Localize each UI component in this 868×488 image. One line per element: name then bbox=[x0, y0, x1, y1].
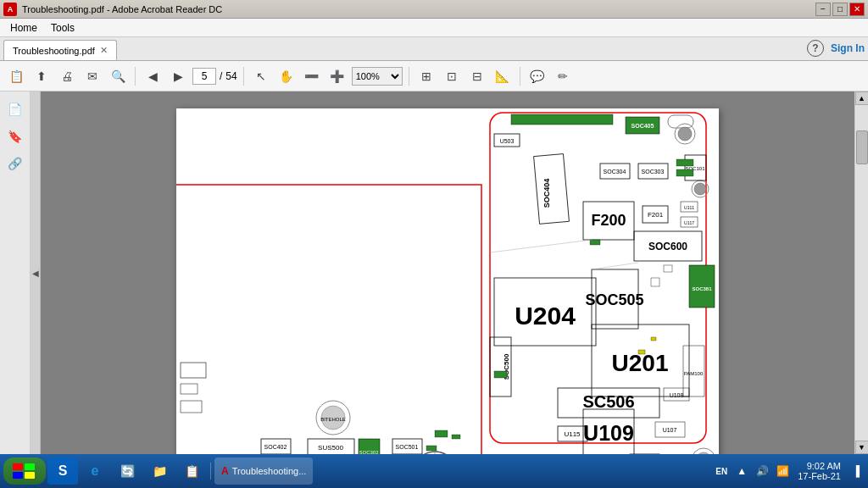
svg-rect-64 bbox=[452, 435, 460, 439]
svg-text:PAM100: PAM100 bbox=[684, 371, 704, 376]
svg-text:F200: F200 bbox=[591, 212, 626, 229]
svg-text:SOC381: SOC381 bbox=[692, 286, 712, 291]
tray-up-arrow[interactable]: ▲ bbox=[733, 463, 750, 480]
taskbar-refresh[interactable]: 🔄 bbox=[112, 458, 142, 485]
svg-rect-85 bbox=[511, 114, 613, 125]
system-clock[interactable]: 9:02 AM 17-Feb-21 bbox=[794, 461, 844, 481]
svg-rect-0 bbox=[176, 108, 719, 454]
search-button[interactable]: 🔍 bbox=[107, 65, 129, 87]
taskbar-explorer[interactable]: 📁 bbox=[144, 458, 175, 485]
svg-text:SOC302: SOC302 bbox=[359, 450, 379, 454]
maximize-button[interactable]: □ bbox=[832, 3, 848, 16]
svg-text:SOC404: SOC404 bbox=[542, 179, 551, 208]
svg-text:SOC304: SOC304 bbox=[604, 169, 626, 175]
svg-text:U111: U111 bbox=[684, 205, 694, 210]
signin-label[interactable]: Sign In bbox=[831, 42, 865, 54]
thumbnail-panel-button[interactable]: 📄 bbox=[4, 98, 26, 120]
create-button[interactable]: 📋 bbox=[5, 65, 27, 87]
taskbar-skype[interactable]: S bbox=[47, 458, 78, 485]
email-button[interactable]: ✉ bbox=[81, 65, 103, 87]
window-title: Troubleshooting.pdf - Adobe Acrobat Read… bbox=[22, 4, 815, 14]
svg-text:SOC303: SOC303 bbox=[642, 169, 665, 175]
svg-text:BITEHOLE: BITEHOLE bbox=[320, 417, 346, 422]
svg-text:U117: U117 bbox=[684, 220, 694, 225]
svg-rect-96 bbox=[25, 472, 35, 479]
tab-pdf[interactable]: Troubleshooting.pdf ✕ bbox=[3, 40, 117, 60]
print-button[interactable]: 🖨 bbox=[56, 65, 78, 87]
separator3 bbox=[409, 67, 409, 86]
pen-button[interactable]: ✏ bbox=[552, 65, 574, 87]
clock-date: 17-Feb-21 bbox=[798, 471, 841, 481]
svg-rect-91 bbox=[676, 159, 693, 166]
svg-rect-84 bbox=[651, 337, 656, 341]
toolbar: 📋 ⬆ 🖨 ✉ 🔍 ◀ ▶ / 54 ↖ ✋ ➖ ➕ 100% 50% 75% … bbox=[0, 61, 868, 92]
zoom-select[interactable]: 100% 50% 75% 125% 150% 200% bbox=[352, 67, 403, 86]
zoom-out-button[interactable]: ➖ bbox=[301, 65, 323, 87]
page-input[interactable] bbox=[192, 68, 216, 85]
scroll-thumb[interactable] bbox=[856, 130, 868, 164]
tabbar: Troubleshooting.pdf ✕ ? Sign In bbox=[0, 37, 868, 61]
svg-rect-63 bbox=[426, 446, 437, 451]
fit-width-button[interactable]: ⊡ bbox=[441, 65, 463, 87]
svg-text:U109: U109 bbox=[583, 421, 634, 445]
window-controls[interactable]: − □ ✕ bbox=[815, 3, 865, 16]
svg-text:U204: U204 bbox=[515, 302, 576, 330]
zoom-in-button[interactable]: ➕ bbox=[326, 65, 348, 87]
next-page-button[interactable]: ▶ bbox=[167, 65, 189, 87]
hand-tool[interactable]: ✋ bbox=[275, 65, 298, 87]
svg-text:U108: U108 bbox=[670, 392, 684, 398]
tray-network[interactable]: 📶 bbox=[774, 463, 791, 480]
taskbar-acrobat[interactable]: 📋 bbox=[176, 458, 207, 485]
svg-text:U115: U115 bbox=[564, 430, 581, 438]
clock-time: 9:02 AM bbox=[798, 461, 841, 471]
separator1 bbox=[135, 67, 136, 86]
tray-keyboard[interactable]: EN bbox=[713, 463, 730, 480]
scroll-down-button[interactable]: ▼ bbox=[855, 441, 869, 454]
bookmark-panel-button[interactable]: 🔖 bbox=[4, 125, 26, 147]
svg-text:SUS500: SUS500 bbox=[318, 444, 343, 452]
rotate-button[interactable]: ⊟ bbox=[466, 65, 488, 87]
prev-page-button[interactable]: ◀ bbox=[142, 65, 164, 87]
taskbar-ie[interactable]: e bbox=[80, 458, 110, 485]
svg-rect-83 bbox=[638, 350, 645, 354]
tab-close-button[interactable]: ✕ bbox=[100, 45, 108, 56]
separator2 bbox=[243, 67, 244, 86]
show-desktop-button[interactable]: ▐ bbox=[848, 463, 865, 480]
scroll-up-button[interactable]: ▲ bbox=[855, 92, 869, 105]
taskbar: S e 🔄 📁 📋 A Troubleshooting... EN ▲ 🔊 📶 … bbox=[0, 454, 868, 488]
page-separator: / bbox=[220, 70, 222, 82]
measure-button[interactable]: 📐 bbox=[492, 65, 514, 87]
pdf-viewport[interactable]: SOC405 U503 SOC404 SOC304 SOC303 bbox=[41, 92, 854, 454]
start-button[interactable] bbox=[3, 458, 46, 485]
main-area: 📄 🔖 🔗 ◀ SOC405 bbox=[0, 92, 868, 454]
right-scrollbar[interactable]: ▲ ▼ bbox=[854, 92, 868, 454]
svg-text:SOC405: SOC405 bbox=[632, 123, 654, 129]
windows-logo bbox=[12, 463, 37, 480]
help-button[interactable]: ? bbox=[807, 40, 824, 57]
app-icon: A bbox=[3, 3, 17, 16]
menu-tools[interactable]: Tools bbox=[44, 20, 81, 36]
separator4 bbox=[520, 67, 520, 86]
attachment-panel-button[interactable]: 🔗 bbox=[4, 152, 26, 175]
left-sidebar: 📄 🔖 🔗 bbox=[0, 92, 31, 454]
svg-text:F201: F201 bbox=[648, 211, 664, 219]
svg-point-6 bbox=[678, 127, 692, 141]
comment-button[interactable]: 💬 bbox=[526, 65, 548, 87]
fit-page-button[interactable]: ⊞ bbox=[415, 65, 437, 87]
svg-point-8 bbox=[694, 183, 706, 195]
svg-rect-95 bbox=[13, 472, 23, 479]
save-button[interactable]: ⬆ bbox=[31, 65, 53, 87]
taskbar-active-app[interactable]: A Troubleshooting... bbox=[214, 458, 313, 485]
tray-volume[interactable]: 🔊 bbox=[754, 463, 771, 480]
svg-rect-92 bbox=[676, 169, 693, 176]
tab-signin-area: ? Sign In bbox=[807, 40, 865, 60]
panel-collapse-arrow[interactable]: ◀ bbox=[31, 92, 41, 454]
svg-rect-80 bbox=[590, 240, 600, 245]
select-tool[interactable]: ↖ bbox=[250, 65, 272, 87]
close-button[interactable]: ✕ bbox=[849, 3, 865, 16]
svg-text:SOC600: SOC600 bbox=[648, 241, 687, 252]
circuit-diagram: SOC405 U503 SOC404 SOC304 SOC303 bbox=[176, 108, 719, 454]
minimize-button[interactable]: − bbox=[815, 3, 831, 16]
menu-home[interactable]: Home bbox=[3, 20, 44, 36]
system-tray: EN ▲ 🔊 📶 9:02 AM 17-Feb-21 ▐ bbox=[713, 461, 865, 481]
